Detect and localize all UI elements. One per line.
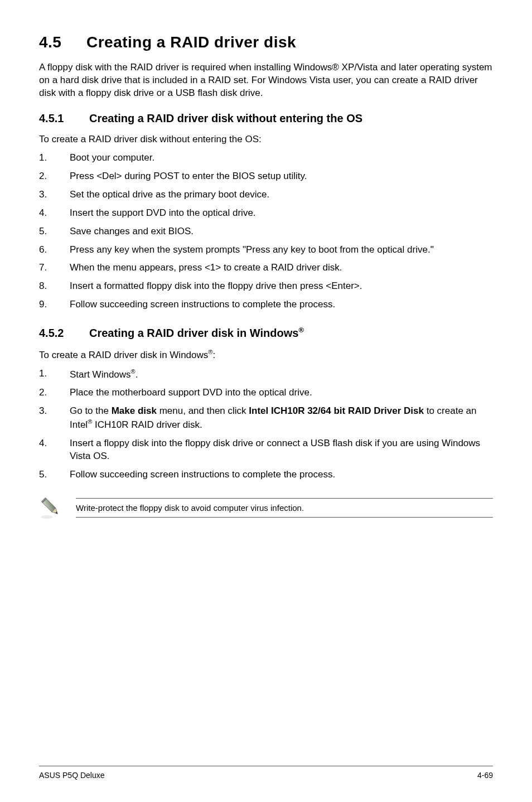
list-item: Start Windows®. bbox=[39, 368, 493, 381]
subsection-heading-2: 4.5.2Creating a RAID driver disk in Wind… bbox=[39, 326, 493, 340]
subsection-title-1: Creating a RAID driver disk without ente… bbox=[89, 112, 362, 124]
page-footer: ASUS P5Q Deluxe 4-69 bbox=[39, 766, 493, 780]
section-number: 4.5 bbox=[39, 33, 86, 51]
list-item: Follow succeeding screen instructions to… bbox=[39, 298, 493, 311]
bold-text: Make disk bbox=[112, 405, 157, 416]
list-item: Boot your computer. bbox=[39, 152, 493, 165]
sub2-lead: To create a RAID driver disk in Windows®… bbox=[39, 349, 493, 361]
sub1-lead: To create a RAID driver disk without ent… bbox=[39, 134, 493, 145]
step-text: . bbox=[136, 369, 138, 379]
registered-sup: ® bbox=[131, 368, 136, 375]
footer-right: 4-69 bbox=[477, 771, 493, 780]
section-heading: 4.5Creating a RAID driver disk bbox=[39, 33, 493, 51]
list-item: Insert a formatted floppy disk into the … bbox=[39, 280, 493, 293]
note-box: Write-protect the floppy disk to avoid c… bbox=[39, 495, 493, 520]
list-item: When the menu appears, press <1> to crea… bbox=[39, 262, 493, 274]
step-text: ICH10R RAID driver disk. bbox=[92, 419, 202, 430]
step-text: Go to the bbox=[70, 405, 112, 416]
step-text: Start Windows bbox=[70, 369, 131, 379]
subsection-number-1: 4.5.1 bbox=[39, 112, 89, 125]
list-item: Insert a floppy disk into the floppy dis… bbox=[39, 437, 493, 463]
sub2-lead-suffix: : bbox=[212, 350, 215, 360]
note-text: Write-protect the floppy disk to avoid c… bbox=[76, 498, 493, 518]
subsection-heading-1: 4.5.1Creating a RAID driver disk without… bbox=[39, 112, 493, 125]
list-item: Press any key when the system prompts "P… bbox=[39, 244, 493, 257]
list-item: Press <Del> during POST to enter the BIO… bbox=[39, 170, 493, 183]
intro-paragraph: A floppy disk with the RAID driver is re… bbox=[39, 61, 493, 100]
sub1-steps-list: Boot your computer. Press <Del> during P… bbox=[39, 152, 493, 311]
list-item: Insert the support DVD into the optical … bbox=[39, 207, 493, 220]
pencil-icon bbox=[39, 495, 64, 520]
list-item: Follow succeeding screen instructions to… bbox=[39, 468, 493, 481]
sub2-steps-list: Start Windows®. Place the motherboard su… bbox=[39, 368, 493, 481]
sub2-lead-prefix: To create a RAID driver disk in Windows bbox=[39, 350, 208, 360]
list-item: Set the optical drive as the primary boo… bbox=[39, 189, 493, 201]
subsection-title-2-prefix: Creating a RAID driver disk in Windows bbox=[89, 327, 298, 339]
bold-text: Intel ICH10R 32/64 bit RAID Driver Disk bbox=[249, 405, 424, 416]
subsection-number-2: 4.5.2 bbox=[39, 327, 89, 340]
registered-sup: ® bbox=[298, 326, 304, 334]
svg-point-4 bbox=[41, 515, 53, 519]
list-item: Place the motherboard support DVD into t… bbox=[39, 386, 493, 399]
list-item: Go to the Make disk menu, and then click… bbox=[39, 405, 493, 432]
step-text: menu, and then click bbox=[157, 405, 249, 416]
list-item: Save changes and exit BIOS. bbox=[39, 225, 493, 238]
footer-left: ASUS P5Q Deluxe bbox=[39, 771, 105, 780]
section-title: Creating a RAID driver disk bbox=[86, 33, 296, 51]
